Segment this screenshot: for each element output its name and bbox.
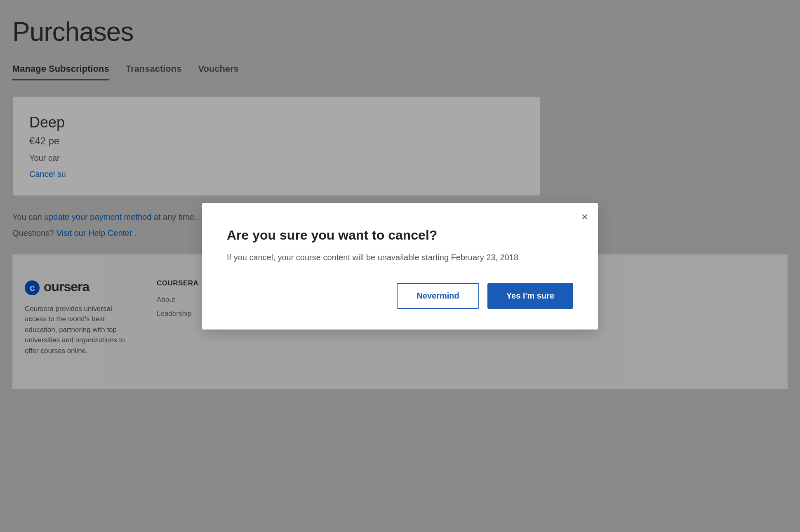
modal-title: Are you sure you want to cancel? xyxy=(227,228,573,243)
modal-body: If you cancel, your course content will … xyxy=(227,253,573,262)
nevermind-button[interactable]: Nevermind xyxy=(397,283,479,309)
yes-im-sure-button[interactable]: Yes I'm sure xyxy=(487,283,573,309)
modal-actions: Nevermind Yes I'm sure xyxy=(227,283,573,309)
modal-close-button[interactable]: × xyxy=(581,211,588,223)
modal-overlay[interactable]: × Are you sure you want to cancel? If yo… xyxy=(0,0,800,532)
cancel-confirm-modal: × Are you sure you want to cancel? If yo… xyxy=(202,203,598,330)
